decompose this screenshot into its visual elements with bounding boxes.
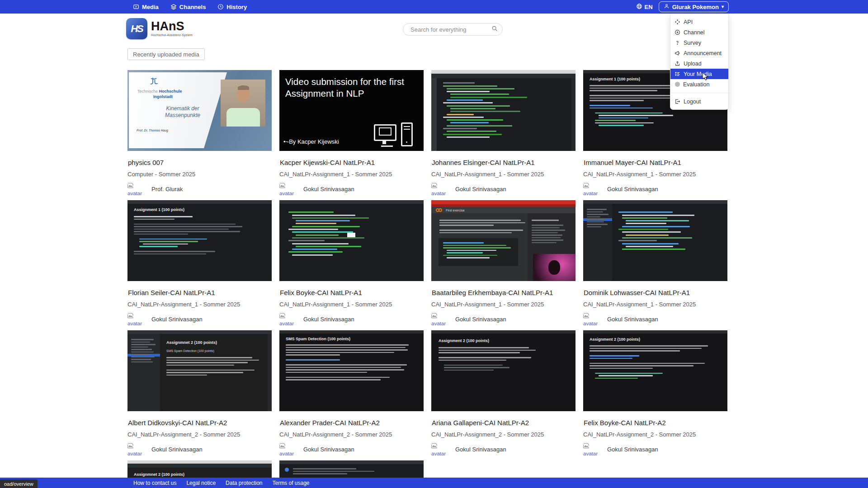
hans-logo-icon: HS	[126, 18, 147, 39]
uploader-name[interactable]: Gokul Srinivasagan	[303, 446, 354, 453]
card-title[interactable]: Johannes Elsinger-CAI NatLPr-A1	[432, 159, 575, 167]
broken-image-icon	[431, 312, 438, 320]
uploader-name[interactable]: Gokul Srinivasagan	[455, 186, 506, 192]
uploader-name[interactable]: Gokul Srinivasagan	[455, 446, 506, 453]
uploader-name[interactable]: Prof. Glurak	[151, 186, 183, 192]
media-card: Johannes Elsinger-CAI NatLPr-A1 CAI_NatL…	[431, 70, 576, 200]
search-icon[interactable]	[491, 25, 498, 33]
nav-item-channels[interactable]: Channels	[170, 4, 206, 10]
avatar-alt-label: avatar	[279, 191, 294, 196]
nav-item-history[interactable]: History	[217, 4, 247, 10]
menu-item-logout[interactable]: Logout	[670, 96, 728, 107]
media-card: Technische HochschuleIngolstadt Kinemati…	[127, 70, 272, 200]
footer-link-how-to-contact-us[interactable]: How to contact us	[133, 480, 176, 486]
top-navbar: MediaChannelsHistory EN Glurak Pokemon ▾	[0, 0, 868, 14]
uploader-name[interactable]: Gokul Srinivasagan	[303, 316, 354, 323]
recently-uploaded-chip[interactable]: Recently uploaded media	[127, 48, 205, 60]
card-subtitle: CAI_NatLPr-Assignment_2 - Sommer 2025	[583, 431, 727, 438]
video-thumbnail[interactable]	[583, 200, 727, 281]
uploader-name[interactable]: Gokul Srinivasagan	[607, 316, 658, 323]
card-title[interactable]: Kacper Kijewski-CAI NatLPr-A1	[280, 159, 423, 167]
video-thumbnail[interactable]: Video submission for the first Assignmen…	[279, 70, 424, 151]
avatar-alt-label: avatar	[583, 321, 598, 326]
avatar: avatar	[431, 312, 449, 326]
uploader-name[interactable]: Gokul Srinivasagan	[303, 186, 354, 192]
uploader-name[interactable]: Gokul Srinivasagan	[607, 186, 658, 192]
card-title[interactable]: Florian Seiler-CAI NatLPr-A1	[128, 289, 271, 297]
avatar: avatar	[583, 312, 601, 326]
brand-subtitle: Hochschul-Assistenz-System	[151, 33, 193, 37]
video-thumbnail[interactable]	[279, 200, 424, 281]
menu-item-channel[interactable]: Channel	[670, 27, 728, 38]
card-title[interactable]: Alexander Prader-CAI NatLPr-A2	[280, 419, 423, 427]
media-card: Assignmnet 2 (100 points) SMS Spam Detec…	[127, 330, 272, 460]
card-title[interactable]: Albert Didkovskyi-CAI NatLPr-A2	[128, 419, 271, 427]
broken-image-icon	[127, 312, 134, 320]
announcement-icon	[675, 50, 680, 56]
card-uploader-row: avatar Gokul Srinivasagan	[279, 442, 424, 456]
card-uploader-row: avatar Gokul Srinivasagan	[279, 182, 424, 196]
video-thumbnail[interactable]: Technische HochschuleIngolstadt Kinemati…	[127, 70, 272, 151]
avatar-alt-label: avatar	[583, 451, 598, 456]
card-title[interactable]: Felix Boyke-CAI NatLPr-A2	[584, 419, 727, 427]
video-thumbnail[interactable]: First exercise	[431, 200, 576, 281]
menu-item-survey[interactable]: Survey	[670, 38, 728, 48]
video-thumbnail[interactable]: SMS Spam Detection (100 points)	[279, 330, 424, 411]
card-title[interactable]: Ariana Gallapeni-CAI NatLPr-A2	[432, 419, 575, 427]
video-thumbnail[interactable]: Assignment 2 (100 points)	[431, 330, 576, 411]
card-uploader-row: avatar Gokul Srinivasagan	[583, 442, 727, 456]
person-icon	[664, 3, 670, 10]
upload-icon	[675, 61, 680, 66]
card-uploader-row: avatar Prof. Glurak	[127, 182, 272, 196]
broken-image-icon	[127, 442, 134, 450]
uploader-name[interactable]: Gokul Srinivasagan	[151, 316, 203, 323]
uploader-name[interactable]: Gokul Srinivasagan	[151, 446, 203, 453]
user-name: Glurak Pokemon	[672, 4, 719, 10]
broken-image-icon	[279, 442, 286, 450]
card-title[interactable]: Felix Boyke-CAI NatLPr-A1	[280, 289, 423, 297]
card-title[interactable]: Baatarbileg Erkhembaya-CAI NatLPr-A1	[432, 289, 575, 297]
menu-item-evaluation[interactable]: Evaluation	[670, 79, 728, 89]
card-subtitle: CAI_NatLPr-Assignment_1 - Sommer 2025	[127, 301, 272, 308]
search-input[interactable]	[410, 26, 491, 33]
avatar-alt-label: avatar	[127, 321, 142, 326]
video-thumbnail[interactable]	[431, 70, 576, 151]
video-thumbnail[interactable]: Assignment 2 (100 points)	[583, 330, 727, 411]
uploader-name[interactable]: Gokul Srinivasagan	[607, 446, 658, 453]
menu-divider	[670, 93, 728, 93]
pc-tower-icon	[401, 122, 413, 146]
video-thumbnail[interactable]: Assignmnet 2 (100 points) SMS Spam Detec…	[127, 330, 272, 411]
logout-icon	[675, 99, 680, 104]
avatar: avatar	[127, 182, 146, 196]
card-uploader-row: avatar Gokul Srinivasagan	[127, 312, 272, 326]
avatar: avatar	[127, 312, 146, 326]
avatar-alt-label: avatar	[279, 321, 294, 326]
uploader-name[interactable]: Gokul Srinivasagan	[455, 316, 506, 323]
brand-logo[interactable]: HS HAnS Hochschul-Assistenz-System	[126, 18, 193, 39]
footer-link-legal-notice[interactable]: Legal notice	[186, 480, 216, 486]
footer-link-data-protection[interactable]: Data protection	[226, 480, 262, 486]
video-thumbnail[interactable]: Assignment 1 (100 points)	[127, 200, 272, 281]
broken-image-icon	[279, 182, 286, 190]
card-title[interactable]: physics 007	[128, 159, 271, 167]
card-subtitle: CAI_NatLPr-Assignment_1 - Sommer 2025	[279, 171, 424, 178]
menu-item-api[interactable]: API	[670, 17, 728, 27]
avatar: avatar	[279, 312, 297, 326]
avatar: avatar	[583, 442, 601, 456]
language-switch[interactable]: EN	[636, 3, 653, 11]
menu-item-announcement[interactable]: Announcement	[670, 48, 728, 58]
card-title[interactable]: Dominik Lohwasser-CAI NatLPr-A1	[584, 289, 727, 297]
footer-link-terms-of-usage[interactable]: Terms of usage	[273, 480, 310, 486]
card-title[interactable]: Immanuel Mayer-CAI NatLPr-A1	[584, 159, 727, 167]
avatar-alt-label: avatar	[127, 451, 142, 456]
user-menu-button[interactable]: Glurak Pokemon ▾	[659, 1, 729, 12]
your-media-icon	[675, 71, 680, 77]
webcam-overlay	[221, 80, 265, 127]
menu-item-your-media[interactable]: Your Media	[670, 69, 728, 79]
avatar-alt-label: avatar	[431, 451, 446, 456]
avatar: avatar	[431, 442, 449, 456]
menu-item-upload[interactable]: Upload	[670, 58, 728, 69]
media-grid: Technische HochschuleIngolstadt Kinemati…	[127, 70, 727, 488]
nav-item-media[interactable]: Media	[133, 4, 159, 10]
media-card: Assignment 2 (100 points) Felix Boyke-CA…	[583, 330, 727, 460]
